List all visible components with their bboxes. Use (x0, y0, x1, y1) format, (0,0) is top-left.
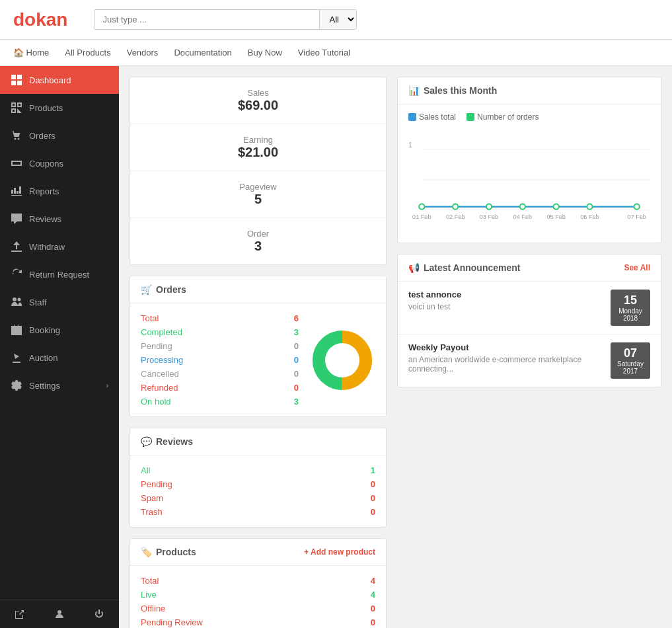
announcement-title-1: test annonce (408, 290, 603, 299)
chart-icon: 📊 (408, 85, 420, 96)
svg-point-19 (520, 204, 525, 210)
announcement-year-1: 2018 (617, 315, 644, 322)
nav-documentation[interactable]: Documentation (174, 48, 231, 58)
left-column: Sales $69.00 Earning $21.00 Pageview 5 O… (130, 77, 387, 628)
sidebar-item-return-request[interactable]: Return Request (0, 260, 119, 288)
sidebar-item-products[interactable]: Products (0, 94, 119, 122)
sidebar-label-coupons: Coupons (29, 159, 108, 169)
right-column: 📊 Sales this Month Sales total Number of… (397, 77, 661, 387)
sidebar-item-auction[interactable]: Auction (0, 344, 119, 372)
svg-text:05 Feb: 05 Feb (546, 214, 565, 220)
sidebar-item-reviews[interactable]: Reviews (0, 205, 119, 233)
power-button[interactable] (79, 600, 119, 628)
products-panel-title-group: 🏷️ Products (141, 547, 196, 557)
product-label-total: Total (141, 576, 159, 586)
logo-rest: okan (24, 9, 67, 30)
order-row-cancelled: Cancelled 0 (141, 367, 299, 381)
announcement-desc-1: voici un test (408, 302, 603, 311)
order-label-processing: Processing (141, 355, 183, 365)
sidebar-item-dashboard[interactable]: Dashboard (0, 66, 119, 94)
announcement-weekday-1: Monday (617, 307, 644, 315)
announcement-text-2: Weekly Payout an American worldwide e-co… (408, 342, 603, 373)
order-label-pending: Pending (141, 341, 172, 351)
sidebar-label-staff: Staff (29, 297, 108, 307)
product-count-pending-review: 0 (371, 617, 375, 627)
product-count-total: 4 (371, 576, 375, 586)
review-row-trash: Trash 0 (141, 505, 375, 519)
product-row-total: Total 4 (141, 574, 375, 588)
orders-title: Orders (156, 284, 186, 295)
order-row-total: Total 6 (141, 311, 299, 325)
sidebar: Dashboard Products Orders Coupons Report… (0, 66, 119, 628)
products-panel-header: 🏷️ Products + Add new product (130, 539, 386, 566)
nav-all-products[interactable]: All Products (65, 48, 110, 58)
reviews-title: Reviews (156, 436, 193, 447)
sidebar-item-settings[interactable]: Settings › (0, 372, 119, 399)
ticket-icon (11, 157, 22, 169)
external-link-button[interactable] (0, 600, 40, 628)
sidebar-bottom (0, 600, 119, 628)
sidebar-item-coupons[interactable]: Coupons (0, 149, 119, 177)
user-button[interactable] (40, 600, 79, 628)
sidebar-item-withdraw[interactable]: Withdraw (0, 233, 119, 260)
nav-home[interactable]: 🏠 Home (13, 48, 49, 58)
nav-buy-now[interactable]: Buy Now (248, 48, 282, 58)
comment-icon (11, 213, 22, 225)
see-all-link[interactable]: See All (624, 263, 650, 272)
sidebar-label-reports: Reports (29, 186, 108, 196)
review-count-all: 1 (371, 465, 375, 475)
svg-text:1: 1 (408, 141, 412, 149)
announcements-card: 📢 Latest Announcement See All test annon… (397, 254, 661, 387)
product-row-pending-review: Pending Review 0 (141, 615, 375, 628)
orders-donut-chart (309, 327, 375, 393)
sidebar-item-booking[interactable]: Booking (0, 316, 119, 344)
review-label-all: All (141, 465, 150, 475)
order-label-cancelled: Cancelled (141, 369, 179, 379)
announcements-title: Latest Announcement (424, 262, 521, 273)
svg-rect-1 (17, 75, 22, 79)
sidebar-item-orders[interactable]: Orders (0, 122, 119, 149)
search-category-select[interactable]: All (319, 10, 356, 29)
nav-vendors[interactable]: Vendors (127, 48, 159, 58)
products-panel-body: Total 4 Live 4 Offline 0 Pending Review … (130, 566, 386, 628)
sidebar-item-reports[interactable]: Reports (0, 177, 119, 205)
announcement-text-1: test annonce voici un test (408, 290, 603, 311)
sidebar-label-return-request: Return Request (29, 270, 108, 280)
order-label: Order (143, 229, 373, 239)
order-row-completed: Completed 3 (141, 325, 299, 339)
order-count-refunded: 0 (294, 383, 299, 393)
nav-bar: 🏠 Home All Products Vendors Documentatio… (0, 40, 672, 66)
svg-point-17 (453, 204, 458, 210)
review-row-pending: Pending 0 (141, 477, 375, 491)
chart-legend: Sales total Number of orders (408, 112, 650, 122)
svg-text:02 Feb: 02 Feb (446, 214, 465, 220)
announcement-date-2: 07 Saturday 2017 (611, 342, 650, 379)
chart-header: 📊 Sales this Month (398, 77, 661, 104)
add-product-link[interactable]: + Add new product (304, 547, 375, 557)
order-stat: Order 3 (130, 218, 386, 264)
announcement-desc-2: an American worldwide e-commerce marketp… (408, 355, 603, 373)
sidebar-label-settings: Settings (29, 381, 100, 391)
svg-rect-0 (11, 75, 16, 79)
svg-point-6 (13, 297, 17, 301)
stats-card: Sales $69.00 Earning $21.00 Pageview 5 O… (130, 77, 387, 265)
users-icon (11, 296, 22, 308)
search-bar: All (94, 9, 357, 30)
review-label-spam: Spam (141, 493, 163, 503)
sidebar-item-staff[interactable]: Staff (0, 288, 119, 316)
review-label-trash: Trash (141, 507, 163, 517)
announcement-day-2: 07 (617, 346, 644, 360)
search-input[interactable] (94, 11, 319, 28)
nav-video-tutorial[interactable]: Video Tutorial (298, 48, 350, 58)
content-area: Sales $69.00 Earning $21.00 Pageview 5 O… (119, 66, 672, 628)
order-row-pending: Pending 0 (141, 339, 299, 353)
svg-text:04 Feb: 04 Feb (513, 214, 532, 220)
product-count-live: 4 (371, 590, 375, 600)
announcement-day-1: 15 (617, 294, 644, 307)
review-row-all: All 1 (141, 463, 375, 477)
review-row-spam: Spam 0 (141, 491, 375, 505)
earning-label: Earning (143, 135, 373, 145)
svg-point-11 (325, 343, 359, 377)
order-count-cancelled: 0 (294, 369, 299, 379)
svg-point-20 (554, 204, 559, 210)
